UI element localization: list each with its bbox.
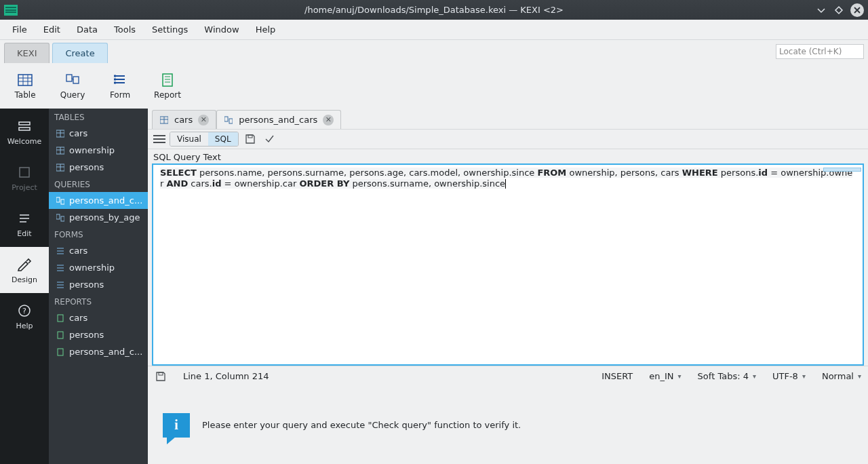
edit-icon [16,210,33,227]
query-icon [65,73,80,88]
form-icon [56,246,65,256]
close-icon[interactable] [850,3,864,17]
svg-rect-13 [114,82,116,84]
info-icon: i [163,413,190,438]
form-icon [56,280,65,290]
svg-rect-50 [58,349,63,355]
tree-form-cars[interactable]: cars [49,242,148,259]
rail-project[interactable]: Project [0,155,49,201]
insert-mode[interactable]: INSERT [601,371,633,381]
menu-data[interactable]: Data [68,22,106,37]
form-icon [113,73,127,88]
locale-combo[interactable]: en_IN▾ [649,371,681,381]
tree-report-cars[interactable]: cars [49,309,148,326]
query-icon [56,196,65,206]
save-icon[interactable] [155,370,167,383]
svg-rect-6 [73,77,79,83]
create-query-button[interactable]: Query [57,73,88,100]
svg-rect-55 [229,119,233,123]
tabs-combo[interactable]: Soft Tabs: 4▾ [698,371,756,381]
rail-design[interactable]: Design [0,247,49,293]
tree-leaf-label: persons_and_c... [69,195,142,206]
menu-settings[interactable]: Settings [144,22,196,37]
tree-form-persons[interactable]: persons [49,276,148,293]
doctab-label: persons_and_cars [239,115,317,125]
window-title: /home/anuj/Downloads/Simple_Database.kex… [304,5,564,15]
editor-pane: cars ✕ persons_and_cars ✕ Visual SQL SQL… [148,109,868,464]
query-label: Query [60,90,85,100]
chevron-down-icon: ▾ [858,372,861,380]
tree-report-persons[interactable]: persons [49,326,148,343]
menu-file[interactable]: File [4,22,35,37]
wrap-combo[interactable]: Normal▾ [822,371,861,381]
menu-edit[interactable]: Edit [35,22,68,37]
tree-table-cars[interactable]: cars [49,125,148,142]
svg-rect-12 [114,79,116,81]
rail-welcome[interactable]: Welcome [0,109,49,155]
rail-welcome-label: Welcome [7,137,41,146]
tree-table-persons[interactable]: persons [49,159,148,176]
tab-create[interactable]: Create [52,43,107,63]
maximize-icon[interactable] [833,4,845,16]
sql-query-label: SQL Query Text [148,149,868,163]
tree-table-ownership[interactable]: ownership [49,142,148,159]
svg-rect-54 [224,117,228,121]
rail-help[interactable]: ? Help [0,293,49,339]
form-icon [56,263,65,273]
cursor-position: Line 1, Column 214 [183,371,269,381]
tree-leaf-label: persons [69,162,104,172]
svg-rect-11 [114,75,116,77]
svg-rect-48 [58,315,63,322]
sql-editor-content[interactable]: SELECT persons.name, persons.surname, pe… [153,165,863,192]
menu-window[interactable]: Window [196,22,247,37]
doctab-cars[interactable]: cars ✕ [152,110,216,129]
svg-rect-49 [58,332,63,339]
visual-mode-button[interactable]: Visual [170,132,208,146]
query-icon [224,115,233,125]
menu-tools[interactable]: Tools [106,22,144,37]
minimize-icon[interactable] [815,4,827,16]
help-icon: ? [16,303,33,319]
document-tabs: cars ✕ persons_and_cars ✕ [148,109,868,129]
table-icon [56,163,65,172]
project-tree: TABLES cars ownership persons QUERIES pe… [49,109,148,464]
form-label: Form [110,90,130,100]
kexi-app-icon [4,5,18,16]
svg-rect-37 [56,214,60,219]
menubar: File Edit Data Tools Settings Window Hel… [0,20,868,40]
close-tab-icon[interactable]: ✕ [198,115,209,125]
tree-query-persons-and-cars[interactable]: persons_and_c... [49,192,148,209]
tree-query-persons-by-age[interactable]: persons_by_age [49,209,148,226]
save-icon[interactable] [243,132,258,147]
mode-rail: Welcome Project Edit Design ? Help [0,109,49,464]
query-icon [56,213,65,223]
table-label: Table [14,90,35,100]
tree-form-ownership[interactable]: ownership [49,259,148,276]
table-icon [56,146,65,155]
tab-kexi[interactable]: KEXI [4,43,50,63]
close-tab-icon[interactable]: ✕ [323,115,334,125]
check-query-icon[interactable] [262,132,277,147]
menu-help[interactable]: Help [248,22,284,37]
tree-leaf-label: cars [69,246,87,256]
rail-help-label: Help [16,322,33,330]
sql-editor[interactable]: SELECT persons.name, persons.surname, pe… [152,163,864,366]
rail-edit[interactable]: Edit [0,201,49,247]
chevron-down-icon: ▾ [802,372,806,380]
create-table-button[interactable]: Table [9,73,41,100]
tree-section-reports: REPORTS [49,293,148,309]
svg-rect-38 [61,216,64,221]
table-icon [159,115,169,125]
tree-report-persons-and-cars[interactable]: persons_and_c... [49,343,148,360]
sql-mode-button[interactable]: SQL [208,132,238,146]
rail-edit-label: Edit [17,229,31,238]
create-report-button[interactable]: Report [152,73,183,100]
hamburger-icon[interactable] [153,135,165,143]
report-icon [56,313,65,323]
encoding-combo[interactable]: UTF-8▾ [772,371,806,381]
tree-leaf-label: cars [69,313,87,323]
rail-project-label: Project [12,183,37,192]
doctab-persons-and-cars[interactable]: persons_and_cars ✕ [216,110,341,129]
search-input[interactable]: Locate (Ctrl+K) [776,44,864,59]
create-form-button[interactable]: Form [104,73,136,100]
